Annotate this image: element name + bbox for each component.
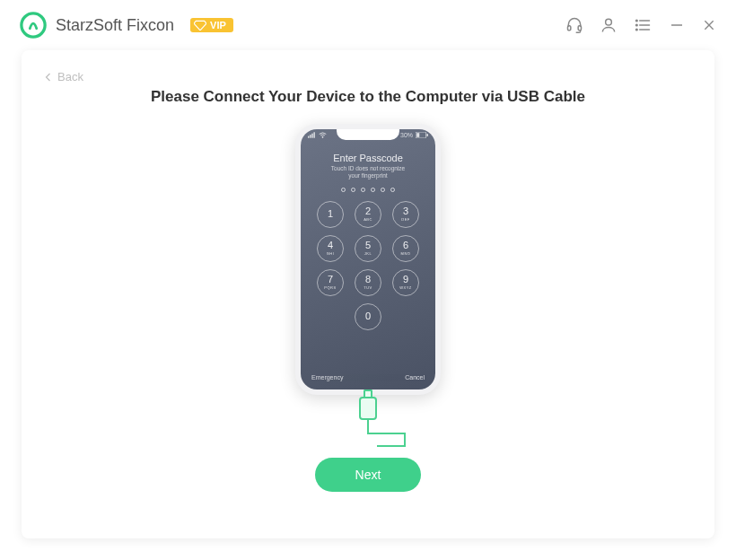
svg-rect-19 bbox=[416, 133, 419, 137]
key-2: 2ABC bbox=[355, 201, 381, 228]
key-1: 1 bbox=[317, 201, 344, 228]
diamond-icon bbox=[194, 20, 206, 31]
app-logo-icon bbox=[20, 12, 47, 39]
battery-percent: 30% bbox=[400, 132, 413, 138]
svg-rect-15 bbox=[311, 134, 312, 138]
svg-point-8 bbox=[636, 29, 638, 31]
phone-screen: 30% Enter Passcode Touch ID does not rec… bbox=[301, 129, 435, 389]
svg-rect-20 bbox=[426, 134, 428, 136]
key-6: 6MNO bbox=[392, 235, 419, 262]
titlebar-actions bbox=[565, 16, 716, 34]
user-icon[interactable] bbox=[600, 16, 618, 34]
key-5: 5JKL bbox=[355, 235, 381, 262]
key-8: 8TUV bbox=[355, 269, 381, 296]
back-button[interactable]: Back bbox=[43, 70, 83, 83]
svg-point-17 bbox=[322, 136, 323, 137]
vip-label: VIP bbox=[210, 20, 226, 31]
key-0: 0 bbox=[355, 303, 381, 330]
passcode-dots bbox=[341, 188, 395, 192]
usb-cable-illustration bbox=[314, 393, 422, 456]
device-illustration: 30% Enter Passcode Touch ID does not rec… bbox=[295, 124, 441, 492]
minimize-icon[interactable] bbox=[668, 16, 686, 34]
chevron-left-icon bbox=[43, 72, 54, 83]
key-3: 3DEF bbox=[392, 201, 419, 228]
vip-badge: VIP bbox=[190, 18, 233, 32]
next-button[interactable]: Next bbox=[315, 458, 421, 492]
app-title: StarzSoft Fixcon bbox=[56, 16, 174, 35]
signal-icon bbox=[308, 132, 317, 138]
svg-point-6 bbox=[636, 24, 638, 26]
key-7: 7PQRS bbox=[317, 269, 344, 296]
svg-rect-1 bbox=[568, 26, 571, 31]
passcode-bottom-row: Emergency Cancel bbox=[301, 374, 435, 381]
svg-rect-16 bbox=[313, 132, 314, 137]
key-9: 9WXYZ bbox=[392, 269, 419, 296]
emergency-label: Emergency bbox=[311, 374, 343, 381]
phone-shell: 30% Enter Passcode Touch ID does not rec… bbox=[295, 124, 441, 395]
battery-icon bbox=[416, 132, 428, 138]
menu-icon[interactable] bbox=[634, 16, 652, 34]
cancel-label: Cancel bbox=[405, 374, 425, 381]
passcode-title: Enter Passcode bbox=[333, 153, 403, 163]
headset-icon[interactable] bbox=[565, 16, 583, 34]
app-window: StarzSoft Fixcon VIP bbox=[0, 0, 736, 560]
usb-plug-tip bbox=[364, 389, 372, 397]
titlebar: StarzSoft Fixcon VIP bbox=[0, 0, 736, 50]
wifi-icon bbox=[319, 132, 327, 138]
key-4: 4GHI bbox=[317, 235, 344, 262]
passcode-subtitle: Touch ID does not recognize your fingerp… bbox=[331, 165, 405, 180]
svg-rect-14 bbox=[310, 135, 311, 138]
phone-notch bbox=[337, 129, 399, 140]
usb-plug-body bbox=[359, 397, 377, 420]
svg-point-4 bbox=[636, 20, 638, 22]
svg-point-3 bbox=[606, 19, 612, 25]
content-panel: Back Please Connect Your Device to the C… bbox=[22, 50, 714, 538]
page-heading: Please Connect Your Device to the Comput… bbox=[151, 88, 585, 106]
svg-rect-13 bbox=[308, 136, 309, 138]
keypad: 1 2ABC 3DEF 4GHI 5JKL 6MNO 7PQRS 8TUV 9W… bbox=[317, 201, 419, 330]
logo-area: StarzSoft Fixcon VIP bbox=[20, 12, 233, 39]
svg-rect-2 bbox=[578, 26, 581, 31]
back-label: Back bbox=[57, 70, 83, 83]
close-icon[interactable] bbox=[702, 16, 716, 34]
svg-point-0 bbox=[22, 13, 45, 37]
